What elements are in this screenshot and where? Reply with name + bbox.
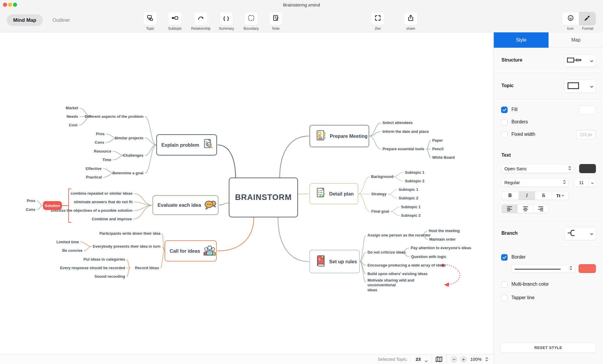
mindmap-topic-prepare[interactable]: Prepare Meeting (309, 125, 369, 147)
mindmap-subtopic-label[interactable]: Practical (86, 175, 102, 180)
mindmap-subtopic-label[interactable]: Select attendees (382, 120, 413, 125)
format-button[interactable] (579, 12, 596, 25)
tapper-line-checkbox[interactable] (501, 295, 508, 301)
mindmap-subtopic-label[interactable]: Encourage producing a wide array of idea… (367, 263, 446, 268)
mindmap-subtopic-label[interactable]: Motivate sharing wild and unconventional… (367, 278, 432, 292)
boundary-button[interactable] (244, 12, 258, 25)
mindmap-subtopic-label[interactable]: Inform the date and place (382, 129, 429, 134)
branch-line-style-select[interactable] (511, 264, 575, 273)
map-overview-button[interactable] (435, 356, 443, 363)
font-size-dropdown-button[interactable] (589, 178, 596, 187)
structure-dropdown[interactable] (564, 54, 596, 67)
font-weight-select[interactable]: Regular (501, 178, 569, 187)
mindmap-subtopic-label[interactable]: Different aspects of the problem (85, 114, 143, 119)
mindmap-subtopic-label[interactable]: Build upon others' existing ideas (367, 272, 428, 276)
mindmap-subtopic-label[interactable]: Background (371, 174, 393, 179)
border-checkbox[interactable] (501, 254, 508, 261)
mindmap-subtopic-label[interactable]: Market (66, 106, 78, 110)
strikethrough-button[interactable]: S (535, 191, 552, 200)
mindmap-subtopic-label[interactable]: Sound recording (95, 274, 125, 279)
tab-outliner[interactable]: Outliner (47, 14, 75, 26)
italic-button[interactable]: I (518, 191, 535, 200)
mindmap-subtopic-label[interactable]: Paper (432, 138, 443, 143)
relationship-button[interactable] (194, 12, 208, 25)
mindmap-subtopic-label[interactable]: Subtopic 2 (405, 179, 424, 183)
mindmap-subtopic-label[interactable]: Maintain order (429, 237, 456, 242)
mindmap-subtopic-label[interactable]: Combine and improve (92, 217, 132, 221)
topic-shape-dropdown[interactable] (564, 80, 596, 93)
tab-style[interactable]: Style (494, 32, 549, 48)
mindmap-subtopic-label[interactable]: Resource (94, 149, 111, 154)
mindmap-topic-setup[interactable]: Set up rules (309, 250, 360, 273)
mindmap-subtopic-label[interactable]: Cons (95, 140, 105, 145)
mindmap-subtopic-label[interactable]: Discuss the objectives of a possible sol… (51, 208, 132, 213)
zoom-stepper-icon[interactable] (485, 357, 488, 362)
align-left-button[interactable] (502, 205, 517, 213)
mindmap-subtopic-label[interactable]: Do not criticize ideas (367, 250, 406, 255)
mindmap-subtopic-label[interactable]: combine repeated or similar ideas (71, 191, 132, 196)
mindmap-subtopic-label[interactable]: Cost (69, 123, 77, 128)
mindmap-subtopic-label[interactable]: Assign one person as the recorder (367, 233, 431, 238)
mindmap-subtopic-label[interactable]: Needs (67, 114, 78, 119)
bold-button[interactable]: B (502, 191, 518, 200)
mindmap-subtopic-label[interactable]: Determine a goal (112, 171, 143, 176)
mindmap-subtopic-label[interactable]: Record ideas (135, 266, 159, 270)
tab-mind-map[interactable]: Mind Map (6, 14, 43, 26)
mindmap-subtopic-label[interactable]: Put ideas in categories (83, 257, 125, 262)
text-transform-button[interactable]: Tt (552, 191, 569, 200)
subtopic-button[interactable] (168, 12, 182, 25)
align-right-button[interactable] (533, 205, 549, 213)
borders-checkbox[interactable] (501, 119, 508, 125)
chevron-down-icon[interactable] (425, 358, 428, 363)
mindmap-subtopic-label[interactable]: Participants write down their idea (100, 231, 160, 236)
mindmap-topic-explain[interactable]: Explain problemww (156, 134, 217, 155)
zen-button[interactable] (371, 12, 385, 25)
mindmap-subtopic-label[interactable]: eliminate answers that do not fit (74, 200, 132, 204)
mindmap-subtopic-label[interactable]: Prepare essential tools (382, 147, 424, 151)
mindmap-topic-detail[interactable]: Detail plan (309, 183, 358, 204)
mindmap-topic-evaluate[interactable]: Evaluate each idea (153, 195, 218, 215)
mindmap-topic-call[interactable]: Call for ideas (165, 240, 217, 262)
summary-button[interactable]: { } (220, 12, 233, 25)
mindmap-subtopic-label[interactable]: Cons (26, 207, 36, 212)
fill-checkbox[interactable] (501, 107, 508, 113)
fixed-width-input[interactable]: 123 px (576, 130, 596, 139)
mindmap-subtopic-label[interactable]: Strategy (371, 192, 387, 196)
mindmap-subtopic-label[interactable]: Every response should be recorded (60, 266, 125, 270)
mindmap-subtopic-label[interactable]: Challenges (123, 153, 143, 158)
multi-branch-color-checkbox[interactable] (501, 281, 508, 288)
branch-color-swatch[interactable] (579, 264, 596, 273)
mindmap-subtopic-label[interactable]: Effective (86, 166, 102, 171)
relationship-arrow[interactable] (445, 264, 460, 284)
mindmap-subtopic-label[interactable]: Everybody presents their idea in turn (93, 244, 160, 249)
mindmap-subtopic-label[interactable]: Subtopic 2 (399, 196, 418, 201)
reset-style-button[interactable]: RESET STYLE (500, 343, 596, 353)
font-color-swatch[interactable] (579, 164, 596, 173)
mindmap-subtopic-label[interactable]: Pros (27, 198, 35, 203)
note-button[interactable] (269, 12, 283, 25)
mindmap-subtopic-label[interactable]: Subtopic 2 (401, 213, 420, 218)
icon-button[interactable] (562, 12, 579, 25)
zoom-in-button[interactable]: + (460, 356, 467, 363)
font-family-select[interactable]: Open Sans (501, 164, 574, 173)
mindmap-subtopic-label[interactable]: Host the meeting (429, 229, 460, 233)
mindmap-subtopic-label[interactable]: Subtopic 1 (399, 187, 418, 192)
mindmap-subtopic-label[interactable]: Time (102, 158, 111, 162)
mindmap-subtopic-label[interactable]: Pros (96, 132, 105, 136)
branch-shape-dropdown[interactable] (564, 227, 596, 240)
fill-color-swatch[interactable] (579, 105, 596, 115)
mindmap-subtopic-label[interactable]: Be concise (62, 248, 82, 253)
topic-button[interactable] (143, 12, 157, 25)
font-size-input[interactable]: 11 (574, 178, 589, 187)
zoom-out-button[interactable]: − (451, 356, 458, 363)
mindmap-subtopic-label[interactable]: Pencil (432, 147, 443, 151)
mindmap-central-topic[interactable]: BRAINSTORM (229, 178, 298, 217)
fixed-width-checkbox[interactable] (501, 131, 508, 138)
mindmap-subtopic-label[interactable]: Pay attention to everyone's ideas (411, 246, 471, 250)
mindmap-subtopic-label[interactable]: White Board (432, 155, 455, 160)
align-center-button[interactable] (517, 205, 533, 213)
mindmap-subtopic-label[interactable]: Subtopic 1 (401, 205, 420, 209)
share-button[interactable] (404, 12, 418, 25)
mindmap-subtopic-label[interactable]: Subtopic 1 (405, 170, 424, 175)
mindmap-subtopic-label[interactable]: Final goal (371, 209, 389, 214)
